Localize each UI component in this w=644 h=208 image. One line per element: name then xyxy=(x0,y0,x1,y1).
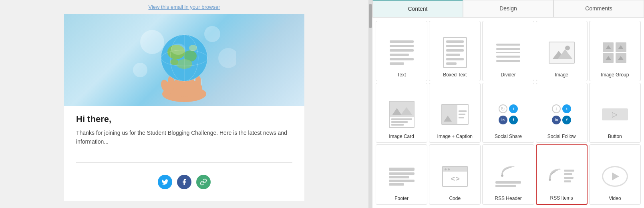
hero-illustration xyxy=(132,18,236,102)
social-follow-block-icon: + t in f xyxy=(545,98,578,130)
svg-point-0 xyxy=(140,30,164,54)
image-caption-block-label: Image + Caption xyxy=(437,134,473,139)
svg-point-2 xyxy=(218,48,236,68)
block-rss-header[interactable]: RSS Header xyxy=(482,144,534,205)
svg-point-24 xyxy=(501,174,503,177)
divider-block-icon xyxy=(492,37,524,69)
code-block-icon: < > xyxy=(439,160,471,192)
tab-design[interactable]: Design xyxy=(463,0,553,17)
code-block-label: Code xyxy=(449,196,461,201)
image-card-block-icon xyxy=(386,98,418,130)
svg-point-25 xyxy=(549,178,551,181)
block-image-card[interactable]: Image Card xyxy=(376,83,427,143)
svg-point-17 xyxy=(170,59,178,65)
button-block-label: Button xyxy=(608,134,622,139)
block-boxed-text[interactable]: Boxed Text xyxy=(429,21,481,81)
boxed-text-block-label: Boxed Text xyxy=(443,72,467,78)
svg-point-1 xyxy=(204,26,220,42)
image-group-block-icon xyxy=(599,37,631,69)
image-card-block-label: Image Card xyxy=(389,134,414,139)
scroll-thumb[interactable] xyxy=(369,4,372,28)
tab-content[interactable]: Content xyxy=(372,0,463,17)
rss-header-block-label: RSS Header xyxy=(495,196,521,201)
rss-header-block-icon xyxy=(492,160,524,192)
email-body-text: Thanks for joining us for the Student Bl… xyxy=(76,128,292,146)
button-block-icon: ▷ xyxy=(599,98,631,130)
facebook-social-icon[interactable] xyxy=(177,175,191,189)
block-button[interactable]: ▷ Button xyxy=(589,83,641,143)
email-container: Hi there, Thanks for joining us for the … xyxy=(64,14,304,201)
twitter-social-icon[interactable] xyxy=(158,175,172,189)
email-greeting: Hi there, xyxy=(76,114,292,124)
image-block-label: Image xyxy=(555,72,568,78)
email-divider xyxy=(76,162,292,163)
email-body: Hi there, Thanks for joining us for the … xyxy=(64,106,304,154)
video-block-label: Video xyxy=(609,196,621,201)
email-hero-image xyxy=(64,14,304,106)
block-code[interactable]: < > Code xyxy=(429,144,481,205)
block-rss-items[interactable]: RSS Items xyxy=(536,144,588,205)
footer-block-icon xyxy=(386,160,418,192)
boxed-text-block-icon xyxy=(439,37,471,69)
video-block-icon xyxy=(599,160,631,192)
block-video[interactable]: Video xyxy=(589,144,641,205)
svg-point-19 xyxy=(171,44,185,55)
footer-block-label: Footer xyxy=(394,196,409,201)
svg-point-3 xyxy=(133,63,147,77)
rss-items-block-label: RSS Items xyxy=(550,195,573,201)
block-image[interactable]: Image xyxy=(536,21,588,81)
block-image-caption[interactable]: Image + Caption xyxy=(429,83,481,143)
divider-block-label: Divider xyxy=(501,72,515,78)
social-icons-row xyxy=(64,171,304,193)
block-text[interactable]: Text xyxy=(376,21,427,81)
view-browser-link[interactable]: View this email in your browser xyxy=(149,4,220,10)
image-group-block-label: Image Group xyxy=(601,72,629,78)
text-block-label: Text xyxy=(397,72,406,78)
social-share-block-label: Social Share xyxy=(495,134,522,139)
block-image-group[interactable]: Image Group xyxy=(589,21,641,81)
social-share-block-icon: ↻ t in f xyxy=(492,98,524,130)
image-block-icon xyxy=(545,37,578,69)
tab-comments[interactable]: Comments xyxy=(553,0,644,17)
block-footer[interactable]: Footer xyxy=(376,144,427,205)
rss-items-block-icon xyxy=(545,160,578,192)
content-panel: Content Design Comments Text xyxy=(372,0,644,208)
block-divider[interactable]: Divider xyxy=(482,21,534,81)
block-social-follow[interactable]: + t in f Social Follow xyxy=(536,83,588,143)
tabs-row: Content Design Comments xyxy=(372,0,644,18)
scrollbar[interactable] xyxy=(368,0,372,208)
social-follow-block-label: Social Follow xyxy=(547,134,576,139)
text-block-icon xyxy=(386,37,418,69)
image-caption-block-icon xyxy=(439,98,471,130)
email-preview-panel: View this email in your browser xyxy=(0,0,368,208)
link-social-icon[interactable] xyxy=(196,175,211,189)
blocks-grid: Text Boxed Text xyxy=(372,18,644,208)
block-social-share[interactable]: ↻ t in f Social Share xyxy=(482,83,534,143)
